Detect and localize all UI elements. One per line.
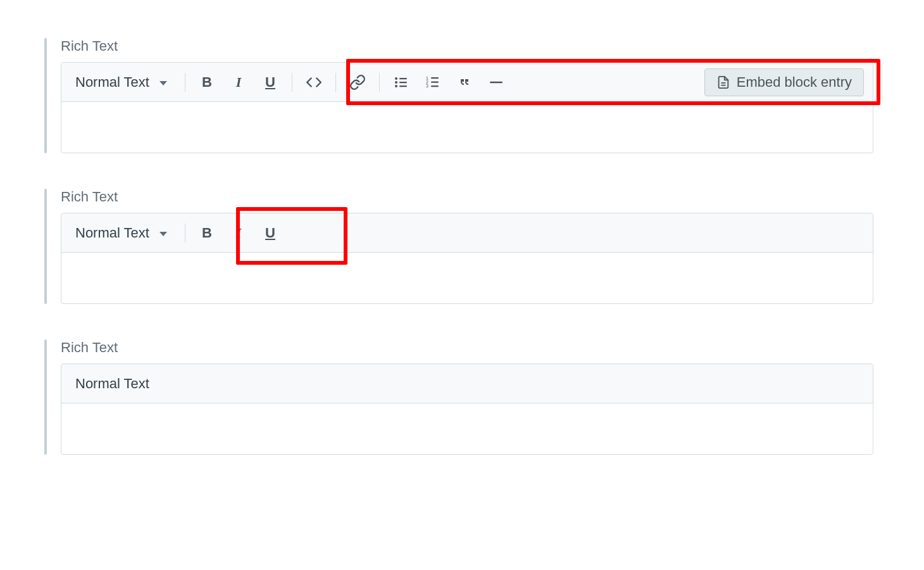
svg-point-4 — [395, 85, 397, 87]
embed-block-entry-button[interactable]: Embed block entry — [704, 68, 864, 96]
field-indicator-rule — [44, 339, 47, 455]
toolbar-separator — [292, 73, 292, 92]
rich-text-editor: Normal Text B I U — [61, 213, 873, 304]
numbered-list-icon: 123 — [425, 75, 440, 90]
editor-content-area[interactable] — [61, 102, 873, 153]
svg-rect-7 — [431, 77, 439, 79]
svg-rect-3 — [399, 82, 407, 83]
underline-icon: U — [265, 74, 275, 91]
hyperlink-button[interactable] — [346, 71, 369, 94]
paragraph-style-dropdown[interactable]: Normal Text — [70, 70, 175, 94]
chevron-down-icon — [159, 81, 167, 86]
paragraph-style-label: Normal Text — [75, 225, 149, 241]
italic-icon: I — [236, 225, 242, 241]
field-label: Rich Text — [61, 38, 873, 54]
rich-text-field: Rich Text Normal Text — [44, 339, 873, 455]
svg-rect-5 — [399, 86, 407, 87]
numbered-list-button[interactable]: 123 — [421, 71, 444, 94]
bold-icon: B — [202, 74, 212, 91]
toolbar-separator — [185, 73, 185, 92]
rich-text-editor: Normal Text — [61, 364, 873, 455]
svg-text:3: 3 — [426, 84, 428, 88]
svg-rect-1 — [399, 78, 407, 79]
bold-button[interactable]: B — [196, 222, 218, 244]
paragraph-style-dropdown[interactable]: Normal Text — [70, 221, 175, 245]
underline-button[interactable]: U — [259, 71, 282, 94]
svg-rect-9 — [431, 81, 439, 82]
bulleted-list-button[interactable] — [390, 71, 413, 94]
code-button[interactable] — [303, 71, 325, 94]
rich-text-field: Rich Text Normal Text B I U — [44, 38, 873, 153]
italic-button[interactable]: I — [227, 222, 250, 244]
toolbar-separator — [379, 73, 380, 92]
toolbar-separator — [185, 224, 185, 243]
svg-point-0 — [395, 77, 397, 80]
field-indicator-rule — [44, 189, 47, 304]
editor-content-area[interactable] — [61, 253, 873, 303]
underline-button[interactable]: U — [259, 222, 282, 244]
field-indicator-rule — [44, 38, 47, 153]
bulleted-list-icon — [394, 75, 409, 90]
toolbar-separator — [335, 73, 336, 92]
blockquote-button[interactable] — [453, 71, 476, 94]
horizontal-rule-icon — [488, 74, 504, 91]
editor-content-area[interactable] — [61, 403, 873, 454]
bold-button[interactable]: B — [196, 71, 218, 94]
svg-rect-11 — [431, 86, 439, 87]
link-icon — [349, 74, 366, 91]
editor-toolbar: Normal Text B I U — [61, 213, 873, 253]
horizontal-rule-button[interactable] — [485, 71, 508, 94]
paragraph-style-label: Normal Text — [75, 74, 149, 91]
bold-icon: B — [202, 225, 212, 241]
underline-icon: U — [265, 225, 275, 241]
embed-button-label: Embed block entry — [737, 74, 852, 91]
chevron-down-icon — [159, 232, 167, 236]
editor-toolbar: Normal Text — [61, 364, 873, 403]
italic-icon: I — [236, 74, 242, 91]
italic-button[interactable]: I — [227, 71, 250, 94]
paragraph-style-label: Normal Text — [75, 376, 149, 392]
field-label: Rich Text — [61, 189, 873, 205]
code-icon — [306, 74, 322, 91]
rich-text-field: Rich Text Normal Text B I U — [44, 189, 873, 304]
field-label: Rich Text — [61, 339, 873, 356]
rich-text-editor: Normal Text B I U — [61, 62, 873, 153]
svg-point-2 — [395, 81, 397, 84]
blockquote-icon — [457, 75, 472, 90]
editor-toolbar: Normal Text B I U — [61, 63, 873, 102]
paragraph-style-dropdown[interactable]: Normal Text — [70, 372, 157, 396]
document-icon — [716, 75, 730, 89]
